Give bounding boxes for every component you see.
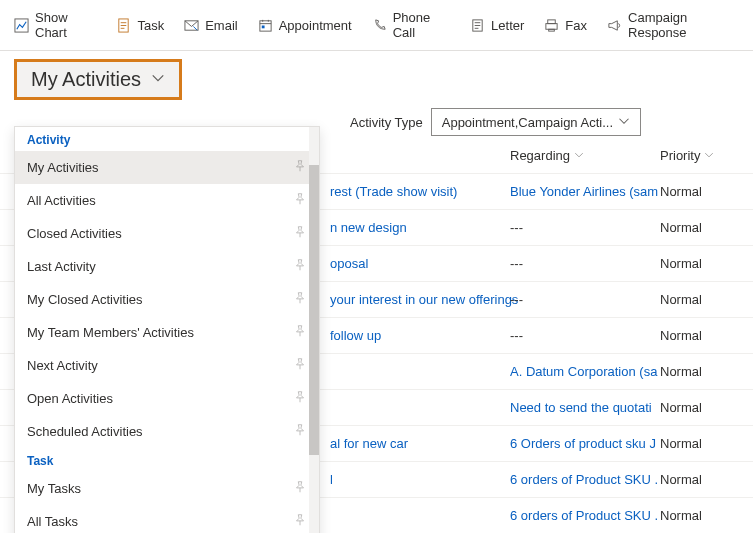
toolbar: Show ChartTaskEmailAppointmentPhone Call… [0, 0, 753, 51]
regarding-cell[interactable]: Blue Yonder Airlines (sam [510, 184, 658, 199]
appointment-icon [258, 18, 273, 33]
priority-cell: Normal [660, 256, 702, 271]
toolbar-label: Email [205, 18, 238, 33]
svg-rect-6 [546, 23, 557, 29]
toolbar-label: Campaign Response [628, 10, 739, 40]
fax-icon [544, 18, 559, 33]
svg-rect-4 [261, 25, 264, 28]
toolbar-appointment[interactable]: Appointment [258, 18, 352, 33]
regarding-cell: --- [510, 220, 523, 235]
pin-icon[interactable] [293, 159, 307, 176]
regarding-cell[interactable]: 6 orders of Product SKU . [510, 508, 658, 523]
view-picker[interactable]: My Activities [14, 59, 182, 100]
phone-icon [372, 18, 387, 33]
dropdown-item-label: Last Activity [27, 259, 96, 274]
toolbar-label: Show Chart [35, 10, 96, 40]
dropdown-item-label: Scheduled Activities [27, 424, 143, 439]
pin-icon[interactable] [293, 258, 307, 275]
dropdown-item-label: My Closed Activities [27, 292, 143, 307]
dropdown-item[interactable]: All Activities [15, 184, 319, 217]
toolbar-phone[interactable]: Phone Call [372, 10, 450, 40]
dropdown-item[interactable]: Scheduled Activities [15, 415, 319, 448]
toolbar-email[interactable]: Email [184, 18, 238, 33]
regarding-cell: --- [510, 292, 523, 307]
pin-icon[interactable] [293, 423, 307, 440]
dropdown-item[interactable]: My Closed Activities [15, 283, 319, 316]
chart-icon [14, 18, 29, 33]
dropdown-item[interactable]: Open Activities [15, 382, 319, 415]
email-icon [184, 18, 199, 33]
pin-icon[interactable] [293, 390, 307, 407]
task-icon [116, 18, 131, 33]
toolbar-label: Appointment [279, 18, 352, 33]
priority-cell: Normal [660, 364, 702, 379]
subject-cell[interactable]: l [330, 472, 333, 487]
toolbar-label: Phone Call [393, 10, 450, 40]
dropdown-item[interactable]: Next Activity [15, 349, 319, 382]
subject-cell[interactable]: oposal [330, 256, 368, 271]
pin-icon[interactable] [293, 357, 307, 374]
campaign-icon [607, 18, 622, 33]
column-header-priority[interactable]: Priority [660, 148, 720, 163]
toolbar-label: Fax [565, 18, 587, 33]
svg-rect-8 [549, 29, 555, 31]
dropdown-item[interactable]: Closed Activities [15, 217, 319, 250]
filter-label: Activity Type [350, 115, 423, 130]
toolbar-letter[interactable]: Letter [470, 18, 524, 33]
priority-cell: Normal [660, 472, 702, 487]
pin-icon[interactable] [293, 324, 307, 341]
letter-icon [470, 18, 485, 33]
dropdown-item-label: My Activities [27, 160, 99, 175]
pin-icon[interactable] [293, 192, 307, 209]
priority-cell: Normal [660, 400, 702, 415]
dropdown-item-label: Open Activities [27, 391, 113, 406]
subject-cell[interactable]: follow up [330, 328, 381, 343]
activity-type-select[interactable]: Appointment,Campaign Acti... [431, 108, 641, 136]
priority-cell: Normal [660, 328, 702, 343]
dropdown-item-label: My Team Members' Activities [27, 325, 194, 340]
subject-cell[interactable]: al for new car [330, 436, 408, 451]
toolbar-chart[interactable]: Show Chart [14, 10, 96, 40]
toolbar-campaign[interactable]: Campaign Response [607, 10, 739, 40]
view-picker-row: My Activities [0, 51, 753, 104]
subject-cell[interactable]: n new design [330, 220, 407, 235]
dropdown-section-task[interactable]: Task [15, 448, 319, 472]
chevron-down-icon [151, 71, 165, 88]
subject-cell[interactable]: your interest in our new offerings [330, 292, 518, 307]
priority-cell: Normal [660, 220, 702, 235]
regarding-cell[interactable]: A. Datum Corporation (sa [510, 364, 657, 379]
regarding-cell: --- [510, 256, 523, 271]
dropdown-item[interactable]: My Activities [15, 151, 319, 184]
priority-cell: Normal [660, 436, 702, 451]
column-header-regarding[interactable]: Regarding [510, 148, 660, 163]
dropdown-item[interactable]: All Tasks [15, 505, 319, 533]
pin-icon[interactable] [293, 513, 307, 530]
subject-cell[interactable]: rest (Trade show visit) [330, 184, 457, 199]
regarding-cell[interactable]: 6 Orders of product sku J [510, 436, 656, 451]
regarding-cell[interactable]: 6 orders of Product SKU . [510, 472, 658, 487]
dropdown-item-label: All Tasks [27, 514, 78, 529]
pin-icon[interactable] [293, 291, 307, 308]
priority-cell: Normal [660, 508, 702, 523]
dropdown-section-activity[interactable]: Activity [15, 127, 319, 151]
dropdown-item[interactable]: My Team Members' Activities [15, 316, 319, 349]
dropdown-item[interactable]: Last Activity [15, 250, 319, 283]
toolbar-fax[interactable]: Fax [544, 18, 587, 33]
dropdown-scrollbar[interactable] [309, 127, 319, 533]
priority-cell: Normal [660, 292, 702, 307]
svg-rect-7 [548, 19, 556, 23]
toolbar-label: Task [137, 18, 164, 33]
view-picker-label: My Activities [31, 68, 141, 91]
dropdown-item-label: Closed Activities [27, 226, 122, 241]
pin-icon[interactable] [293, 480, 307, 497]
dropdown-item[interactable]: My Tasks [15, 472, 319, 505]
priority-cell: Normal [660, 184, 702, 199]
pin-icon[interactable] [293, 225, 307, 242]
toolbar-task[interactable]: Task [116, 18, 164, 33]
chevron-down-icon [574, 148, 584, 163]
filter-value: Appointment,Campaign Acti... [442, 115, 613, 130]
scrollbar-thumb[interactable] [309, 165, 319, 455]
regarding-cell: --- [510, 328, 523, 343]
svg-rect-0 [15, 18, 28, 31]
regarding-cell[interactable]: Need to send the quotati [510, 400, 652, 415]
